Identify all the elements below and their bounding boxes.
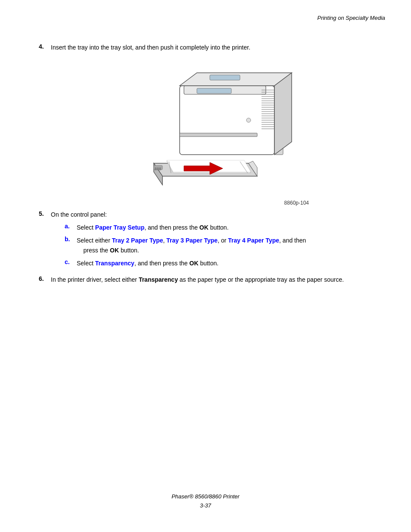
step-5-text: On the control panel: — [51, 210, 107, 219]
step-4-text: Insert the tray into the tray slot, and … — [51, 43, 250, 52]
step-6-text: In the printer driver, select either Tra… — [51, 275, 344, 284]
svg-marker-39 — [274, 73, 292, 155]
page-footer: Phaser® 8560/8860 Printer 3-37 — [0, 492, 411, 510]
step-6-number: 6. — [39, 275, 51, 282]
main-content: 4. Insert the tray into the tray slot, a… — [0, 9, 411, 319]
step-4-row: 4. Insert the tray into the tray slot, a… — [39, 43, 372, 52]
sub-step-c-label: c. — [65, 258, 77, 265]
sub-step-c: c. Select Transparency, and then press t… — [65, 258, 372, 268]
sub-step-b: b. Select either Tray 2 Paper Type, Tray… — [65, 236, 372, 255]
ok-button-b: OK — [110, 247, 119, 254]
step-5-row: 5. On the control panel: — [39, 210, 372, 219]
ok-button-a: OK — [199, 224, 209, 231]
svg-point-24 — [246, 118, 251, 122]
step-5-number: 5. — [39, 210, 51, 217]
footer-line1: Phaser® 8560/8860 Printer — [0, 492, 411, 501]
svg-rect-36 — [157, 168, 159, 170]
step-4-number: 4. — [39, 43, 51, 50]
step-5-container: 5. On the control panel: a. Select Paper… — [39, 210, 372, 268]
sub-step-a-text: Select Paper Tray Setup, and then press … — [77, 223, 229, 232]
svg-rect-40 — [210, 75, 240, 80]
tray-3-paper-type-link[interactable]: Tray 3 Paper Type — [166, 237, 218, 244]
svg-rect-37 — [159, 168, 161, 170]
tray-4-paper-type-link[interactable]: Tray 4 Paper Type — [228, 237, 279, 244]
sub-step-c-text: Select Transparency, and then press the … — [77, 258, 218, 268]
sub-step-b-label: b. — [65, 236, 77, 243]
step-6-container: 6. In the printer driver, select either … — [39, 275, 372, 284]
svg-rect-0 — [180, 86, 274, 155]
svg-rect-23 — [180, 133, 257, 137]
image-caption: 8860p-104 — [128, 200, 309, 206]
footer-line2: 3-37 — [0, 501, 411, 510]
transparency-bold: Transparency — [139, 276, 178, 283]
tray-2-paper-type-link[interactable]: Tray 2 Paper Type — [112, 237, 163, 244]
printer-image-container: 8860p-104 — [65, 68, 372, 206]
page-header-title: Printing on Specialty Media — [317, 15, 385, 21]
ok-button-c: OK — [190, 260, 199, 267]
sub-step-b-text: Select either Tray 2 Paper Type, Tray 3 … — [77, 236, 306, 255]
svg-rect-35 — [155, 168, 156, 170]
step-4-container: 4. Insert the tray into the tray slot, a… — [39, 43, 372, 56]
transparency-link[interactable]: Transparency — [95, 260, 134, 267]
sub-steps-container: a. Select Paper Tray Setup, and then pre… — [65, 223, 372, 268]
svg-rect-2 — [197, 88, 231, 93]
sub-step-a-label: a. — [65, 223, 77, 230]
sub-step-a: a. Select Paper Tray Setup, and then pre… — [65, 223, 372, 232]
paper-tray-setup-link[interactable]: Paper Tray Setup — [95, 224, 144, 231]
printer-diagram — [128, 68, 309, 198]
